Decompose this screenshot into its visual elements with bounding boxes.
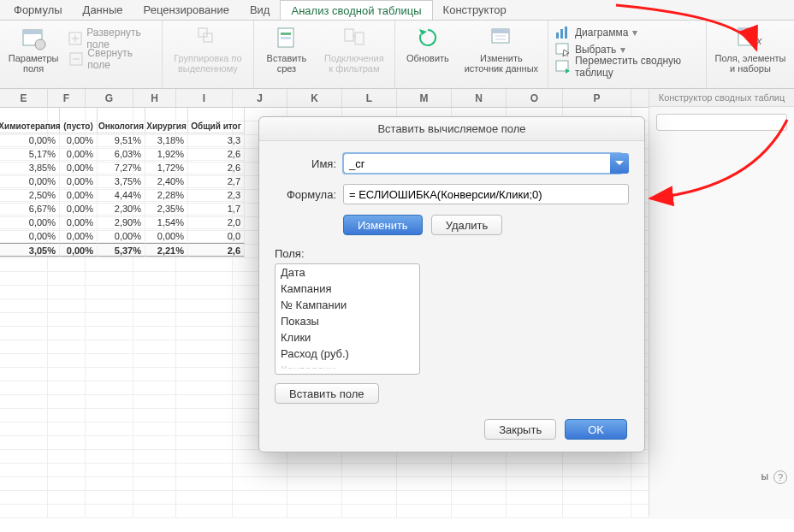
cell[interactable]: 3,85% bbox=[0, 161, 60, 174]
cell[interactable]: 3,05% bbox=[0, 243, 60, 257]
list-item[interactable]: № Кампании bbox=[276, 297, 419, 313]
ribbon-tab-5[interactable]: Конструктор bbox=[433, 0, 517, 20]
cell[interactable]: 6,03% bbox=[98, 147, 145, 161]
ribbon-tab-0[interactable]: Формулы bbox=[3, 0, 73, 20]
cell[interactable]: 0,00% bbox=[60, 161, 98, 174]
cell[interactable]: 5,37% bbox=[98, 243, 145, 257]
expand-field-button[interactable]: Развернуть поле bbox=[68, 30, 155, 47]
list-item[interactable]: Клики bbox=[276, 329, 419, 346]
cell[interactable]: 0,00% bbox=[98, 229, 145, 243]
cell[interactable]: 0,00% bbox=[0, 229, 60, 243]
column-header[interactable]: K bbox=[287, 89, 342, 107]
list-item[interactable]: Конверсии bbox=[276, 362, 419, 369]
cell[interactable]: 2,7 bbox=[188, 174, 245, 188]
table-row[interactable]: 3,85%0,00%7,27%1,72%2,6 bbox=[0, 161, 245, 174]
cell[interactable]: 0,00% bbox=[60, 243, 98, 257]
ribbon-tab-1[interactable]: Данные bbox=[73, 0, 133, 20]
cell[interactable]: 0,00% bbox=[60, 188, 98, 202]
pivot-chart-button[interactable]: Диаграмма ▾ bbox=[555, 24, 699, 41]
cell[interactable]: 2,28% bbox=[145, 188, 188, 202]
list-item[interactable]: Кампания bbox=[276, 281, 419, 297]
cell[interactable]: 2,6 bbox=[188, 147, 245, 161]
cell[interactable]: 0,00% bbox=[0, 174, 60, 188]
fields-items-sets-button[interactable]: fx Поля, элементыи наборы bbox=[714, 24, 787, 74]
cell[interactable]: 3,75% bbox=[98, 174, 145, 188]
info-icon[interactable]: ? bbox=[773, 470, 787, 484]
column-header[interactable]: N bbox=[452, 89, 507, 107]
delete-button[interactable]: Удалить bbox=[431, 215, 503, 235]
cell[interactable]: 0,00% bbox=[60, 147, 98, 161]
table-row[interactable]: 2,50%0,00%4,44%2,28%2,3 bbox=[0, 188, 245, 202]
pivot-column-header[interactable]: Онкология bbox=[98, 108, 145, 133]
change-source-button[interactable]: Изменитьисточник данных bbox=[462, 24, 541, 74]
total-row[interactable]: 3,05%0,00%5,37%2,21%2,6 bbox=[0, 243, 245, 257]
table-row[interactable]: 5,17%0,00%6,03%1,92%2,6 bbox=[0, 147, 245, 161]
column-header[interactable]: I bbox=[176, 89, 233, 107]
column-header[interactable]: M bbox=[397, 89, 452, 107]
cell[interactable]: 2,3 bbox=[188, 188, 245, 202]
cell[interactable]: 0,00% bbox=[60, 174, 98, 188]
cell[interactable]: 2,21% bbox=[145, 243, 188, 257]
list-item[interactable]: Дата bbox=[276, 264, 419, 281]
cell[interactable]: 0,0 bbox=[188, 229, 245, 243]
filter-connections-button[interactable]: Подключенияк фильтрам bbox=[321, 24, 388, 74]
cell[interactable]: 3,18% bbox=[145, 133, 188, 147]
cell[interactable]: 2,30% bbox=[98, 202, 145, 216]
column-header[interactable]: G bbox=[86, 89, 133, 107]
ribbon-tab-3[interactable]: Вид bbox=[240, 0, 281, 20]
fields-listbox[interactable]: ДатаКампания№ КампанииПоказыКликиРасход … bbox=[275, 263, 420, 375]
ok-button[interactable]: OK bbox=[565, 419, 627, 440]
table-row[interactable]: 0,00%0,00%2,90%1,54%2,0 bbox=[0, 216, 245, 229]
pivot-column-header[interactable]: Общий итог bbox=[188, 108, 245, 133]
column-header[interactable]: F bbox=[48, 89, 86, 107]
cell[interactable]: 0,00% bbox=[60, 202, 98, 216]
group-selection-button[interactable]: Группировка повыделенному bbox=[169, 24, 246, 74]
column-header[interactable]: J bbox=[233, 89, 287, 107]
cell[interactable]: 0,00% bbox=[0, 216, 60, 229]
column-header[interactable]: P bbox=[563, 89, 631, 107]
cell[interactable]: 0,00% bbox=[60, 229, 98, 243]
cell[interactable]: 1,7 bbox=[188, 202, 245, 216]
cell[interactable]: 2,90% bbox=[98, 216, 145, 229]
cell[interactable]: 1,92% bbox=[145, 147, 188, 161]
collapse-field-button[interactable]: Свернуть поле bbox=[68, 50, 155, 68]
cell[interactable]: 2,0 bbox=[188, 216, 245, 229]
pivot-field-settings-button[interactable]: Параметрыполя bbox=[7, 24, 60, 74]
column-header[interactable]: E bbox=[0, 89, 48, 107]
close-button[interactable]: Закрыть bbox=[484, 419, 556, 440]
cell[interactable]: 0,00% bbox=[0, 133, 60, 147]
column-header[interactable]: H bbox=[133, 89, 176, 107]
list-item[interactable]: Расход (руб.) bbox=[276, 346, 419, 362]
table-row[interactable]: 0,00%0,00%0,00%0,00%0,0 bbox=[0, 229, 245, 243]
column-header[interactable]: L bbox=[342, 89, 397, 107]
pivot-column-header[interactable]: Химиотерапия bbox=[0, 108, 60, 133]
move-pivot-button[interactable]: Переместить сводную таблицу bbox=[555, 58, 699, 75]
ribbon-tab-4[interactable]: Анализ сводной таблицы bbox=[280, 0, 432, 20]
cell[interactable]: 7,27% bbox=[98, 161, 145, 174]
cell[interactable]: 4,44% bbox=[98, 188, 145, 202]
cell[interactable]: 1,54% bbox=[145, 216, 188, 229]
change-button[interactable]: Изменить bbox=[343, 215, 423, 235]
cell[interactable]: 2,50% bbox=[0, 188, 60, 202]
pivot-column-header[interactable]: (пусто) bbox=[60, 108, 98, 133]
cell[interactable]: 0,00% bbox=[145, 229, 188, 243]
cell[interactable]: 2,35% bbox=[145, 202, 188, 216]
table-row[interactable]: 0,00%0,00%3,75%2,40%2,7 bbox=[0, 174, 245, 188]
cell[interactable]: 0,00% bbox=[60, 133, 98, 147]
cell[interactable]: 5,17% bbox=[0, 147, 60, 161]
table-row[interactable]: 0,00%0,00%9,51%3,18%3,3 bbox=[0, 133, 245, 147]
formula-input[interactable] bbox=[343, 184, 629, 204]
column-header[interactable]: O bbox=[507, 89, 563, 107]
cell[interactable]: 2,6 bbox=[188, 243, 245, 257]
cell[interactable]: 0,00% bbox=[60, 216, 98, 229]
pane-search[interactable] bbox=[656, 114, 787, 131]
name-input[interactable] bbox=[343, 153, 622, 174]
cell[interactable]: 9,51% bbox=[98, 133, 145, 147]
cell[interactable]: 2,6 bbox=[188, 161, 245, 174]
refresh-button[interactable]: Обновить bbox=[402, 24, 453, 74]
table-row[interactable]: 6,67%0,00%2,30%2,35%1,7 bbox=[0, 202, 245, 216]
pivot-column-header[interactable]: Хирургия bbox=[145, 108, 188, 133]
list-item[interactable]: Показы bbox=[276, 313, 419, 329]
insert-slicer-button[interactable]: Вставитьсрез bbox=[261, 24, 312, 74]
pivot-table[interactable]: Химиотерапия(пусто)ОнкологияХирургияОбщи… bbox=[0, 108, 245, 257]
